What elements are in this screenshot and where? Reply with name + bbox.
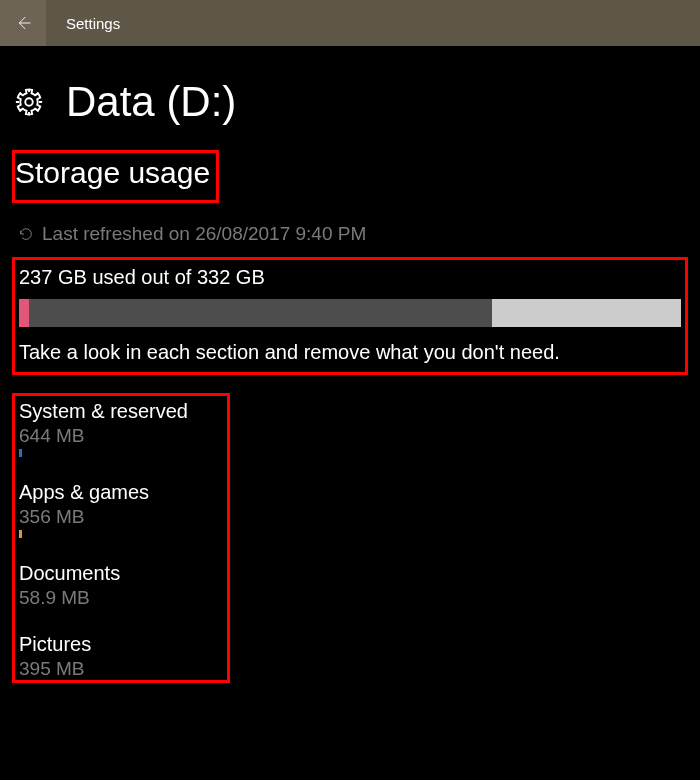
category-tick (19, 530, 22, 538)
gear-icon (14, 87, 44, 117)
refresh-icon (18, 226, 34, 242)
category-size: 356 MB (19, 506, 211, 528)
usage-summary: 237 GB used out of 332 GB (19, 266, 681, 289)
category-size: 644 MB (19, 425, 211, 447)
category-name: Pictures (19, 633, 211, 656)
category-name: System & reserved (19, 400, 211, 423)
category-item-system[interactable]: System & reserved 644 MB (19, 400, 211, 457)
categories-block: System & reserved 644 MB Apps & games 35… (12, 393, 230, 683)
titlebar-title: Settings (66, 15, 120, 32)
refresh-text: Last refreshed on 26/08/2017 9:40 PM (42, 223, 366, 245)
page-title: Data (D:) (66, 78, 236, 126)
section-heading: Storage usage (12, 150, 219, 203)
usage-hint: Take a look in each section and remove w… (19, 341, 681, 364)
category-size: 395 MB (19, 658, 211, 680)
category-item-apps[interactable]: Apps & games 356 MB (19, 481, 211, 538)
category-size: 58.9 MB (19, 587, 211, 609)
category-item-pictures[interactable]: Pictures 395 MB (19, 633, 211, 680)
refresh-row[interactable]: Last refreshed on 26/08/2017 9:40 PM (12, 223, 688, 245)
svg-point-0 (25, 98, 33, 106)
usage-block: 237 GB used out of 332 GB Take a look in… (12, 257, 688, 375)
progress-accent-segment (19, 299, 29, 327)
category-name: Apps & games (19, 481, 211, 504)
category-name: Documents (19, 562, 211, 585)
back-button[interactable] (0, 0, 46, 46)
progress-used-segment (29, 299, 492, 327)
category-item-documents[interactable]: Documents 58.9 MB (19, 562, 211, 609)
back-arrow-icon (14, 14, 32, 32)
titlebar: Settings (0, 0, 700, 46)
storage-progress-bar (19, 299, 681, 327)
content-area: Data (D:) Storage usage Last refreshed o… (0, 46, 700, 683)
category-tick (19, 449, 22, 457)
page-header: Data (D:) (12, 78, 688, 126)
